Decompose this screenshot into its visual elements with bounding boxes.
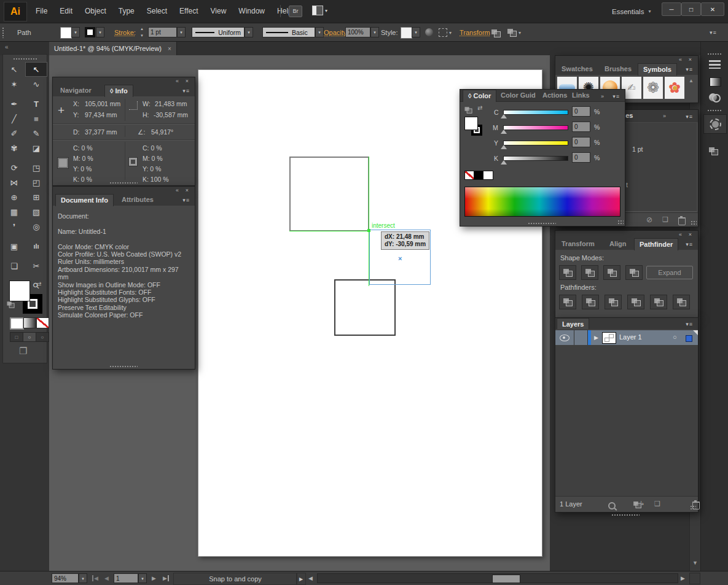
info-panel-menu[interactable]: ▾≡	[182, 88, 190, 94]
status-text-cell[interactable]: Snap to and copy	[173, 573, 297, 585]
rectangle-tool[interactable]: ■	[25, 111, 47, 126]
color-panel-grip[interactable]	[528, 222, 556, 225]
tab-transform[interactable]: Transform	[557, 238, 600, 250]
icon-dock-grip[interactable]	[707, 109, 722, 112]
divide-button[interactable]	[559, 295, 576, 309]
lasso-tool[interactable]: ∿	[25, 77, 47, 91]
menu-edit[interactable]: Edit	[53, 0, 79, 23]
style-dropdown[interactable]: ▾	[412, 27, 420, 37]
style-swatch[interactable]	[401, 27, 412, 39]
artboard-number-dropdown[interactable]: ▾	[138, 573, 147, 583]
tab-color-guide[interactable]: Color Guid	[496, 90, 541, 101]
panel-expand-icon[interactable]: »	[663, 113, 666, 119]
yellow-slider[interactable]	[503, 141, 568, 145]
gradient-mode-button[interactable]	[23, 317, 36, 328]
layer-expander-icon[interactable]: ▶	[594, 335, 598, 341]
artboards-panel-icon[interactable]	[709, 147, 718, 155]
align-icon[interactable]	[491, 29, 501, 37]
menu-file[interactable]: File	[29, 0, 53, 23]
shape-builder-tool[interactable]: ⊕	[3, 190, 25, 204]
cyan-slider[interactable]	[503, 110, 568, 115]
screen-mode-button[interactable]: ❐	[19, 346, 27, 357]
type-tool[interactable]: T	[25, 96, 47, 111]
tab-swatches[interactable]: Swatches	[557, 63, 598, 75]
magic-wand-tool[interactable]: ✶	[3, 77, 25, 91]
locate-object-icon[interactable]	[608, 502, 616, 509]
symbol-red-daisy[interactable]: ✿	[664, 76, 685, 99]
stroke-color-well[interactable]	[85, 27, 95, 37]
stroke-panel-icon[interactable]	[709, 60, 721, 69]
swap-fill-stroke-icon[interactable]: ⇄	[477, 104, 482, 111]
minus-front-button[interactable]	[581, 265, 598, 280]
menu-window[interactable]: Window	[232, 0, 271, 23]
menu-type[interactable]: Type	[112, 0, 141, 23]
black-value-field[interactable]: 0	[572, 152, 590, 163]
panel-close-icon[interactable]: ×	[186, 187, 189, 193]
control-bar-grip[interactable]	[2, 27, 5, 38]
gradient-panel-icon[interactable]	[710, 77, 721, 87]
stroke-weight-field[interactable]: 1 pt	[148, 27, 177, 37]
paintbrush-tool[interactable]: ✐	[3, 126, 25, 141]
zoom-level-field[interactable]: 94%	[52, 573, 79, 583]
unite-button[interactable]	[559, 265, 576, 280]
menu-effect[interactable]: Effect	[173, 0, 204, 23]
clear-style-icon[interactable]: ⊘	[646, 215, 652, 224]
cyan-slider-thumb[interactable]	[501, 114, 507, 118]
layer-name[interactable]: Layer 1	[619, 333, 642, 341]
intersect-button[interactable]	[603, 265, 620, 280]
fill-color-dropdown[interactable]: ▾	[71, 27, 80, 37]
panel-collapse-icon[interactable]: «	[679, 231, 682, 238]
stroke-link[interactable]: Stroke:	[114, 29, 136, 36]
control-panel-menu[interactable]: ▾≡	[710, 29, 717, 36]
layer-selected-indicator[interactable]	[686, 335, 692, 342]
zoom-level-dropdown[interactable]: ▾	[79, 573, 87, 583]
menu-object[interactable]: Object	[79, 0, 112, 23]
tab-pathfinder[interactable]: Pathfinder	[634, 238, 678, 250]
document-setup-globe-icon[interactable]	[425, 28, 433, 36]
minus-back-button[interactable]	[673, 295, 690, 309]
tab-links[interactable]: Links	[567, 90, 595, 101]
stroke-weight-stepper[interactable]: ▲ ▼	[140, 27, 146, 37]
direct-selection-tool[interactable]: ↖	[25, 62, 47, 77]
transparency-panel-icon[interactable]	[709, 93, 721, 103]
symbols-panel-button[interactable]	[703, 114, 727, 134]
stroke-weight-dropdown[interactable]: ▾	[177, 27, 186, 37]
panel-collapse-icon[interactable]: «	[176, 187, 179, 193]
left-dock-collapse-icon[interactable]: «	[5, 44, 9, 50]
document-tab[interactable]: Untitled-1* @ 94% (CMYK/Preview) ×	[49, 42, 177, 55]
scroll-down-icon[interactable]: ▼	[692, 560, 698, 566]
arrange-documents-button[interactable]: ▾	[312, 6, 327, 15]
fill-proxy-swatch[interactable]	[9, 281, 30, 301]
layer-target-icon[interactable]: ○	[673, 333, 677, 341]
gradient-tool[interactable]: ▧	[25, 204, 47, 219]
draw-behind-mode-button[interactable]: ○	[23, 332, 36, 342]
slice-tool[interactable]: ✂	[25, 258, 47, 273]
select-similar-button[interactable]: ▾	[439, 28, 452, 37]
mesh-tool[interactable]: ▦	[3, 204, 25, 219]
hscroll-left-icon[interactable]: ◀	[308, 575, 313, 581]
yellow-value-field[interactable]: 0	[572, 137, 590, 147]
outline-button[interactable]	[650, 295, 667, 309]
magenta-slider[interactable]	[503, 125, 568, 130]
pathfinder-panel-menu[interactable]: ▾≡	[686, 241, 693, 247]
yellow-slider-thumb[interactable]	[501, 145, 507, 149]
artboard-tool[interactable]: ❏	[3, 258, 25, 273]
color-resize-grip[interactable]	[617, 220, 624, 225]
default-fill-stroke-icon[interactable]	[7, 301, 15, 308]
draw-inside-mode-button[interactable]: ○	[36, 332, 49, 342]
merge-button[interactable]	[605, 295, 622, 309]
magenta-value-field[interactable]: 0	[572, 122, 590, 132]
document-tab-close-icon[interactable]: ×	[168, 45, 171, 52]
trim-button[interactable]	[582, 295, 599, 309]
tab-document-info[interactable]: Document Info	[55, 194, 114, 206]
tab-brushes[interactable]: Brushes	[600, 63, 636, 75]
layer-lock-cell[interactable]	[574, 330, 588, 345]
cyan-value-field[interactable]: 0	[572, 106, 590, 117]
draw-normal-mode-button[interactable]: □	[10, 332, 23, 342]
magenta-slider-thumb[interactable]	[501, 130, 507, 134]
layer-visibility-cell[interactable]	[555, 330, 574, 345]
panel-close-icon[interactable]: ×	[689, 231, 692, 238]
new-layer-icon[interactable]: ❑	[654, 500, 660, 508]
delete-style-icon[interactable]	[678, 217, 686, 225]
document-info-panel-menu[interactable]: ▾≡	[182, 197, 190, 203]
